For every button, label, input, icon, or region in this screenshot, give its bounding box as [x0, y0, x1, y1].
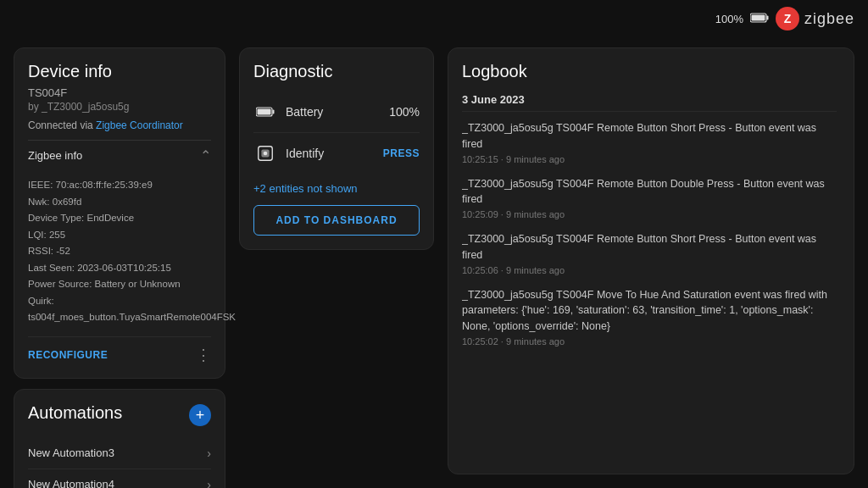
automations-card: Automations + New Automation3 › New Auto…	[14, 389, 225, 488]
diagnostic-card: Diagnostic Battery 100%	[239, 47, 434, 250]
svg-rect-5	[258, 109, 271, 115]
log-event-0: _TZ3000_ja5osu5g TS004F Remote Button Sh…	[462, 120, 837, 152]
zigbee-logo: Z zigbee	[776, 7, 854, 30]
right-column: Logbook 3 June 2023 _TZ3000_ja5osu5g TS0…	[448, 47, 854, 474]
log-time-2: 10:25:06 · 9 minutes ago	[462, 265, 837, 275]
reconfigure-row: RECONFIGURE ⋮	[28, 336, 211, 364]
identify-row: Identify PRESS	[253, 133, 420, 174]
main-layout: Device info TS004F by _TZ3000_ja5osu5g C…	[0, 41, 868, 488]
automation-name-1: New Automation3	[28, 446, 114, 459]
logbook-entries: 3 June 2023 _TZ3000_ja5osu5g TS004F Remo…	[462, 90, 840, 454]
identify-left: Identify	[253, 141, 324, 165]
rssi-info: RSSI: -52	[28, 243, 211, 260]
battery-row: Battery 100%	[253, 92, 420, 133]
diagnostic-title: Diagnostic	[253, 62, 420, 81]
battery-diag-icon	[253, 100, 277, 124]
identify-label: Identify	[286, 147, 324, 160]
left-column: Device info TS004F by _TZ3000_ja5osu5g C…	[14, 47, 225, 474]
zigbee-coordinator-link[interactable]: Zigbee Coordinator	[96, 119, 183, 131]
log-event-1: _TZ3000_ja5osu5g TS004F Remote Button Do…	[462, 176, 837, 208]
automations-header: Automations +	[28, 403, 211, 428]
log-event-2: _TZ3000_ja5osu5g TS004F Remote Button Sh…	[462, 231, 837, 263]
log-entry-2: _TZ3000_ja5osu5g TS004F Remote Button Sh…	[462, 231, 837, 275]
zigbee-circle-icon: Z	[776, 7, 799, 30]
ieee-info: IEEE: 70:ac:08:ff:fe:25:39:e9	[28, 177, 211, 194]
log-entry-0: _TZ3000_ja5osu5g TS004F Remote Button Sh…	[462, 120, 837, 164]
logbook-title: Logbook	[462, 62, 840, 81]
identify-icon	[253, 141, 277, 165]
chevron-right-icon-2: ›	[207, 478, 211, 488]
svg-rect-1	[766, 15, 768, 19]
device-by: by _TZ3000_ja5osu5g	[28, 101, 211, 113]
battery-left: Battery	[253, 100, 323, 124]
more-options-button[interactable]: ⋮	[196, 346, 211, 364]
middle-column: Diagnostic Battery 100%	[239, 47, 434, 474]
zigbee-brand-text: zigbee	[804, 10, 854, 28]
zigbee-info-header[interactable]: Zigbee info ⌃	[28, 140, 211, 170]
reconfigure-button[interactable]: RECONFIGURE	[28, 349, 108, 361]
svg-rect-4	[273, 110, 275, 114]
svg-rect-2	[751, 14, 765, 20]
connected-via-text: Connected via	[28, 119, 96, 131]
battery-label: Battery	[286, 105, 323, 119]
battery-icon	[750, 13, 769, 25]
logbook-card: Logbook 3 June 2023 _TZ3000_ja5osu5g TS0…	[448, 47, 854, 474]
automations-title: Automations	[28, 403, 122, 423]
device-model: TS004F	[28, 86, 211, 99]
quirk-info: Quirk: ts004f_moes_button.TuyaSmartRemot…	[28, 293, 211, 326]
identify-press-button[interactable]: PRESS	[383, 147, 420, 159]
device-info-card: Device info TS004F by _TZ3000_ja5osu5g C…	[14, 47, 225, 379]
battery-percentage: 100%	[715, 13, 743, 25]
lqi-info: LQI: 255	[28, 227, 211, 244]
automation-name-2: New Automation4	[28, 478, 114, 488]
add-automation-button[interactable]: +	[189, 404, 211, 426]
log-date: 3 June 2023	[462, 93, 837, 112]
log-time-1: 10:25:09 · 9 minutes ago	[462, 209, 837, 219]
chevron-right-icon-1: ›	[207, 446, 211, 460]
add-to-dashboard-button[interactable]: ADD TO DASHBOARD	[253, 205, 420, 236]
automation-item-1[interactable]: New Automation3 ›	[28, 438, 211, 469]
chevron-up-icon: ⌃	[200, 147, 211, 164]
zigbee-info-label: Zigbee info	[28, 149, 82, 162]
device-type-info: Device Type: EndDevice	[28, 210, 211, 227]
last-seen-info: Last Seen: 2023-06-03T10:25:15	[28, 260, 211, 277]
battery-value: 100%	[389, 105, 420, 119]
device-info-title: Device info	[28, 62, 211, 81]
automation-item-2[interactable]: New Automation4 ›	[28, 469, 211, 488]
log-time-3: 10:25:02 · 9 minutes ago	[462, 336, 837, 347]
log-time-0: 10:25:15 · 9 minutes ago	[462, 154, 837, 164]
zigbee-info-body: IEEE: 70:ac:08:ff:fe:25:39:e9 Nwk: 0x69f…	[28, 177, 211, 326]
top-bar: 100% Z zigbee	[702, 0, 868, 37]
log-entry-1: _TZ3000_ja5osu5g TS004F Remote Button Do…	[462, 176, 837, 220]
svg-point-8	[264, 152, 268, 156]
connected-via: Connected via Zigbee Coordinator	[28, 119, 211, 131]
log-entry-3: _TZ3000_ja5osu5g TS004F Move To Hue And …	[462, 287, 837, 347]
nwk-info: Nwk: 0x69fd	[28, 194, 211, 211]
log-event-3: _TZ3000_ja5osu5g TS004F Move To Hue And …	[462, 287, 837, 335]
zigbee-z-letter: Z	[784, 12, 792, 25]
power-source-info: Power Source: Battery or Unknown	[28, 276, 211, 293]
entities-not-shown-link[interactable]: +2 entities not shown	[253, 174, 420, 198]
